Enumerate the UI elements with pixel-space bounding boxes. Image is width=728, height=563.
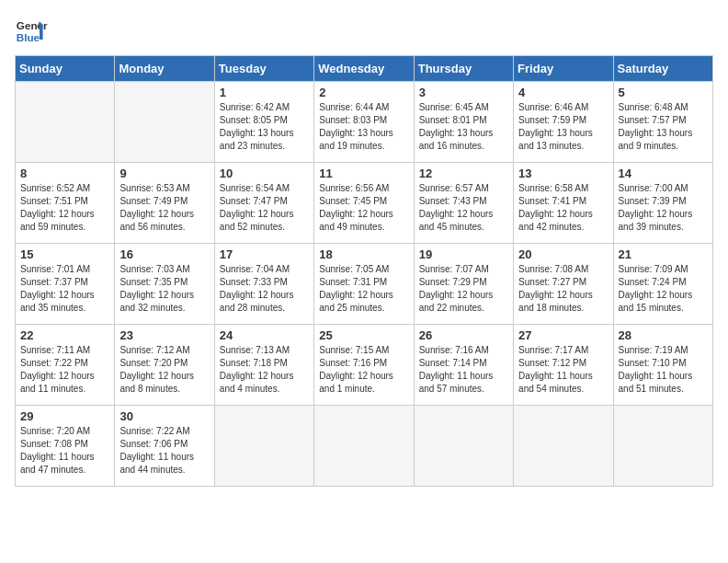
calendar-cell: 18Sunrise: 7:05 AM Sunset: 7:31 PM Dayli… [314, 244, 414, 325]
calendar-table: SundayMondayTuesdayWednesdayThursdayFrid… [15, 55, 713, 487]
day-number: 26 [419, 328, 508, 342]
calendar-cell: 22Sunrise: 7:11 AM Sunset: 7:22 PM Dayli… [16, 325, 115, 406]
day-info: Sunrise: 7:08 AM Sunset: 7:27 PM Dayligh… [518, 263, 608, 315]
day-number: 27 [518, 328, 608, 342]
day-number: 9 [119, 167, 209, 180]
calendar-cell: 30Sunrise: 7:22 AM Sunset: 7:06 PM Dayli… [115, 406, 214, 487]
day-info: Sunrise: 7:03 AM Sunset: 7:35 PM Dayligh… [119, 263, 209, 315]
day-number: 8 [20, 167, 109, 180]
day-info: Sunrise: 6:45 AM Sunset: 8:01 PM Dayligh… [419, 101, 508, 153]
day-info: Sunrise: 6:57 AM Sunset: 7:43 PM Dayligh… [419, 182, 508, 234]
day-number: 17 [220, 247, 309, 261]
day-number: 16 [119, 247, 209, 261]
calendar-cell: 24Sunrise: 7:13 AM Sunset: 7:18 PM Dayli… [214, 325, 313, 406]
day-info: Sunrise: 6:53 AM Sunset: 7:49 PM Dayligh… [119, 182, 209, 234]
calendar-week-row: 22Sunrise: 7:11 AM Sunset: 7:22 PM Dayli… [16, 325, 713, 406]
calendar-cell: 26Sunrise: 7:16 AM Sunset: 7:14 PM Dayli… [414, 325, 513, 406]
svg-text:General: General [17, 19, 48, 31]
calendar-cell: 25Sunrise: 7:15 AM Sunset: 7:16 PM Dayli… [314, 325, 414, 406]
day-info: Sunrise: 7:20 AM Sunset: 7:08 PM Dayligh… [20, 425, 109, 477]
day-number: 4 [518, 86, 608, 99]
day-number: 24 [220, 328, 309, 342]
day-number: 11 [319, 167, 408, 180]
calendar-cell [414, 406, 513, 487]
logo: General Blue [15, 15, 48, 48]
column-header-saturday: Saturday [613, 56, 712, 82]
day-info: Sunrise: 6:44 AM Sunset: 8:03 PM Dayligh… [319, 101, 408, 153]
page-header: General Blue [15, 15, 713, 48]
day-number: 5 [619, 86, 708, 99]
calendar-cell: 5Sunrise: 6:48 AM Sunset: 7:57 PM Daylig… [613, 82, 712, 163]
day-info: Sunrise: 7:04 AM Sunset: 7:33 PM Dayligh… [220, 263, 309, 315]
day-info: Sunrise: 7:19 AM Sunset: 7:10 PM Dayligh… [619, 344, 708, 396]
day-info: Sunrise: 6:46 AM Sunset: 7:59 PM Dayligh… [518, 101, 608, 153]
calendar-cell: 4Sunrise: 6:46 AM Sunset: 7:59 PM Daylig… [514, 82, 613, 163]
day-info: Sunrise: 7:11 AM Sunset: 7:22 PM Dayligh… [20, 344, 109, 396]
calendar-cell: 10Sunrise: 6:54 AM Sunset: 7:47 PM Dayli… [214, 163, 313, 244]
calendar-cell [214, 406, 313, 487]
day-info: Sunrise: 7:22 AM Sunset: 7:06 PM Dayligh… [119, 425, 209, 477]
day-number: 12 [419, 167, 508, 180]
day-number: 14 [619, 167, 708, 180]
day-number: 19 [419, 247, 508, 261]
day-number: 18 [319, 247, 408, 261]
calendar-cell: 2Sunrise: 6:44 AM Sunset: 8:03 PM Daylig… [314, 82, 414, 163]
calendar-cell: 8Sunrise: 6:52 AM Sunset: 7:51 PM Daylig… [16, 163, 115, 244]
day-number: 29 [20, 409, 109, 423]
column-header-friday: Friday [514, 56, 613, 82]
day-info: Sunrise: 7:12 AM Sunset: 7:20 PM Dayligh… [119, 344, 209, 396]
day-number: 15 [20, 247, 109, 261]
day-number: 28 [619, 328, 708, 342]
day-number: 21 [619, 247, 708, 261]
day-info: Sunrise: 7:00 AM Sunset: 7:39 PM Dayligh… [619, 182, 708, 234]
calendar-cell: 23Sunrise: 7:12 AM Sunset: 7:20 PM Dayli… [115, 325, 214, 406]
svg-text:Blue: Blue [17, 31, 40, 43]
day-number: 23 [119, 328, 209, 342]
day-info: Sunrise: 6:58 AM Sunset: 7:41 PM Dayligh… [518, 182, 608, 234]
calendar-cell [613, 406, 712, 487]
calendar-cell [16, 82, 115, 163]
calendar-cell: 13Sunrise: 6:58 AM Sunset: 7:41 PM Dayli… [514, 163, 613, 244]
day-info: Sunrise: 6:56 AM Sunset: 7:45 PM Dayligh… [319, 182, 408, 234]
day-info: Sunrise: 7:09 AM Sunset: 7:24 PM Dayligh… [619, 263, 708, 315]
day-info: Sunrise: 7:15 AM Sunset: 7:16 PM Dayligh… [319, 344, 408, 396]
column-header-tuesday: Tuesday [214, 56, 313, 82]
day-number: 22 [20, 328, 109, 342]
calendar-cell: 29Sunrise: 7:20 AM Sunset: 7:08 PM Dayli… [16, 406, 115, 487]
day-info: Sunrise: 7:01 AM Sunset: 7:37 PM Dayligh… [20, 263, 109, 315]
day-number: 3 [419, 86, 508, 99]
day-number: 10 [220, 167, 309, 180]
calendar-cell: 21Sunrise: 7:09 AM Sunset: 7:24 PM Dayli… [613, 244, 712, 325]
calendar-week-row: 1Sunrise: 6:42 AM Sunset: 8:05 PM Daylig… [16, 82, 713, 163]
calendar-week-row: 8Sunrise: 6:52 AM Sunset: 7:51 PM Daylig… [16, 163, 713, 244]
calendar-cell: 16Sunrise: 7:03 AM Sunset: 7:35 PM Dayli… [115, 244, 214, 325]
calendar-cell: 11Sunrise: 6:56 AM Sunset: 7:45 PM Dayli… [314, 163, 414, 244]
day-number: 1 [220, 86, 309, 99]
calendar-cell: 27Sunrise: 7:17 AM Sunset: 7:12 PM Dayli… [514, 325, 613, 406]
day-info: Sunrise: 7:05 AM Sunset: 7:31 PM Dayligh… [319, 263, 408, 315]
calendar-cell: 17Sunrise: 7:04 AM Sunset: 7:33 PM Dayli… [214, 244, 313, 325]
calendar-cell: 9Sunrise: 6:53 AM Sunset: 7:49 PM Daylig… [115, 163, 214, 244]
column-header-sunday: Sunday [16, 56, 115, 82]
day-number: 13 [518, 167, 608, 180]
day-number: 30 [119, 409, 209, 423]
day-info: Sunrise: 6:52 AM Sunset: 7:51 PM Dayligh… [20, 182, 109, 234]
calendar-cell: 20Sunrise: 7:08 AM Sunset: 7:27 PM Dayli… [514, 244, 613, 325]
calendar-header-row: SundayMondayTuesdayWednesdayThursdayFrid… [16, 56, 713, 82]
day-info: Sunrise: 6:48 AM Sunset: 7:57 PM Dayligh… [619, 101, 708, 153]
calendar-cell: 3Sunrise: 6:45 AM Sunset: 8:01 PM Daylig… [414, 82, 513, 163]
day-number: 20 [518, 247, 608, 261]
day-info: Sunrise: 7:13 AM Sunset: 7:18 PM Dayligh… [220, 344, 309, 396]
calendar-week-row: 29Sunrise: 7:20 AM Sunset: 7:08 PM Dayli… [16, 406, 713, 487]
calendar-cell [514, 406, 613, 487]
column-header-monday: Monday [115, 56, 214, 82]
calendar-cell: 12Sunrise: 6:57 AM Sunset: 7:43 PM Dayli… [414, 163, 513, 244]
calendar-cell [115, 82, 214, 163]
calendar-cell: 19Sunrise: 7:07 AM Sunset: 7:29 PM Dayli… [414, 244, 513, 325]
column-header-wednesday: Wednesday [314, 56, 414, 82]
day-number: 2 [319, 86, 408, 99]
day-info: Sunrise: 7:16 AM Sunset: 7:14 PM Dayligh… [419, 344, 508, 396]
calendar-body: 1Sunrise: 6:42 AM Sunset: 8:05 PM Daylig… [16, 82, 713, 487]
day-info: Sunrise: 7:17 AM Sunset: 7:12 PM Dayligh… [518, 344, 608, 396]
logo-icon: General Blue [15, 15, 48, 48]
